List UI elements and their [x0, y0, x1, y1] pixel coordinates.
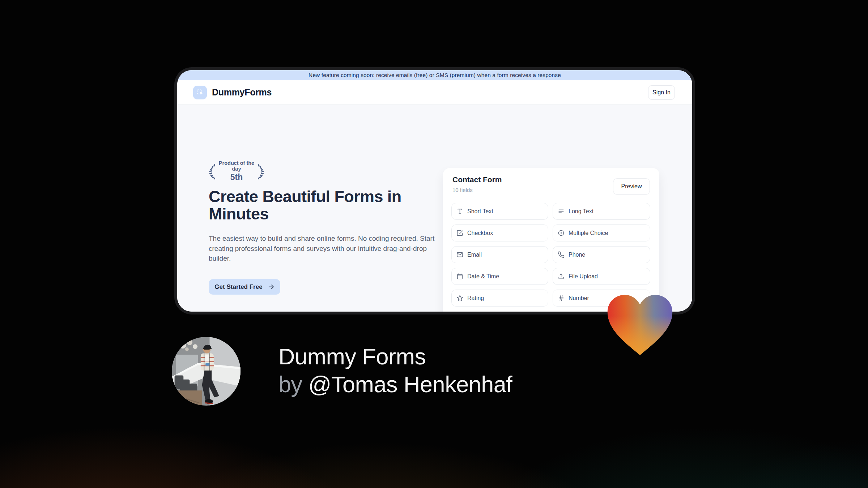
caption-byline: by @Tomas Henkenhaf: [278, 371, 512, 398]
author-avatar: [172, 337, 241, 406]
calendar-icon: [456, 273, 463, 280]
envelope-icon: [456, 251, 463, 258]
form-builder-panel: Contact Form 10 fields Preview Short Tex…: [443, 168, 659, 312]
heart-icon: [606, 294, 674, 356]
field-button-email[interactable]: Email: [451, 246, 548, 263]
caption: Dummy Forms by @Tomas Henkenhaf: [278, 343, 512, 398]
long-text-icon: [558, 208, 565, 215]
radio-icon: [558, 230, 565, 236]
author-handle: @Tomas Henkenhaf: [309, 372, 512, 397]
site-header: DummyForms Sign In: [177, 80, 692, 105]
form-field-count: 10 fields: [452, 187, 473, 193]
browser-card: New feature coming soon: receive emails …: [174, 67, 695, 314]
field-button-long-text[interactable]: Long Text: [553, 203, 650, 220]
award-rank: 5th: [218, 173, 255, 182]
brand-logo: [193, 86, 207, 99]
field-button-file-upload[interactable]: File Upload: [553, 268, 650, 285]
phone-icon: [558, 251, 565, 258]
upload-icon: [558, 273, 565, 280]
field-button-date-time[interactable]: Date & Time: [451, 268, 548, 285]
award-text-block: Product of the day 5th: [218, 160, 255, 182]
field-label: Rating: [467, 295, 484, 301]
announcement-banner: New feature coming soon: receive emails …: [177, 70, 692, 80]
get-started-button[interactable]: Get Started Free: [209, 279, 280, 295]
cursor-selection-icon: [196, 89, 204, 97]
sign-in-button[interactable]: Sign In: [648, 85, 675, 100]
caption-title: Dummy Forms: [278, 343, 512, 371]
get-started-label: Get Started Free: [214, 283, 262, 291]
browser-card-inner: New feature coming soon: receive emails …: [177, 70, 692, 312]
field-label: Phone: [569, 252, 585, 258]
announcement-text: New feature coming soon: receive emails …: [309, 72, 561, 78]
product-award-badge: Product of the day 5th: [208, 160, 265, 183]
field-label: Email: [467, 252, 482, 258]
hero-section: Product of the day 5th Create Beautiful …: [177, 105, 692, 312]
field-button-short-text[interactable]: Short Text: [451, 203, 548, 220]
field-label: Date & Time: [467, 273, 499, 280]
field-label: Checkbox: [467, 230, 493, 236]
field-button-multiple-choice[interactable]: Multiple Choice: [553, 224, 650, 241]
laurel-right-icon: [257, 161, 265, 182]
field-label: Number: [569, 295, 589, 301]
award-label: Product of the day: [218, 160, 255, 172]
byline-prefix: by: [278, 372, 302, 397]
hero-title: Create Beautiful Forms in Minutes: [209, 188, 447, 223]
field-label: Long Text: [569, 208, 593, 215]
hero-description: The easiest way to build and share onlin…: [209, 234, 442, 264]
field-label: Multiple Choice: [569, 230, 608, 236]
star-icon: [456, 295, 463, 301]
short-text-icon: [456, 208, 463, 215]
preview-button[interactable]: Preview: [613, 178, 650, 195]
hash-icon: [558, 295, 565, 301]
checkbox-icon: [456, 230, 463, 236]
field-button-rating[interactable]: Rating: [451, 290, 548, 307]
brand-name: DummyForms: [212, 87, 272, 98]
form-title: Contact Form: [452, 175, 502, 184]
brand[interactable]: DummyForms: [193, 86, 272, 99]
field-button-phone[interactable]: Phone: [553, 246, 650, 263]
field-button-checkbox[interactable]: Checkbox: [451, 224, 548, 241]
laurel-left-icon: [208, 161, 216, 182]
field-label: Short Text: [467, 208, 493, 215]
arrow-right-icon: [268, 283, 275, 290]
author-photo-illustration: [172, 337, 241, 406]
field-label: File Upload: [569, 273, 598, 280]
promo-background: { "banner": { "text": "New feature comin…: [0, 0, 868, 488]
